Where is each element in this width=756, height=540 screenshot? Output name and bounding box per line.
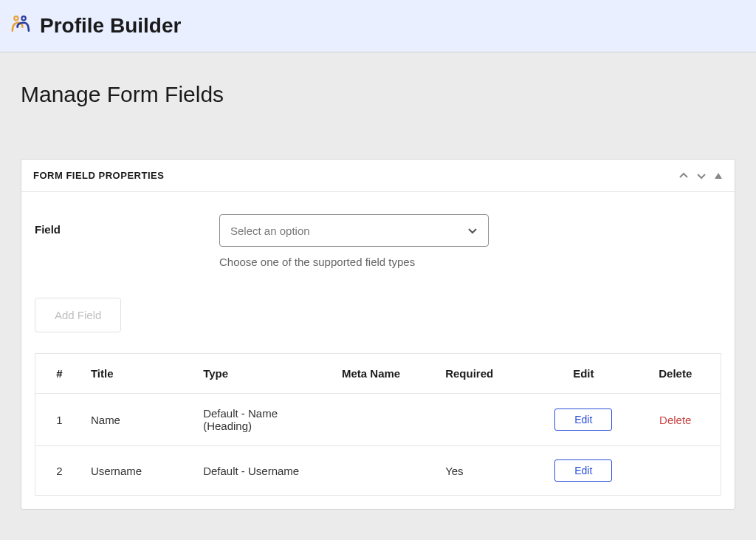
- cell-num: 1: [35, 394, 83, 446]
- page-title: Manage Form Fields: [21, 82, 735, 107]
- cell-required: [438, 394, 537, 446]
- edit-button[interactable]: Edit: [554, 409, 612, 431]
- add-field-button[interactable]: Add Field: [35, 298, 121, 332]
- panel-title: FORM FIELD PROPERTIES: [33, 170, 164, 181]
- chevron-down-icon[interactable]: [696, 171, 707, 181]
- th-meta: Meta Name: [334, 354, 438, 394]
- panel-controls: [678, 171, 723, 181]
- edit-button[interactable]: Edit: [554, 459, 612, 482]
- select-placeholder: Select an option: [230, 225, 310, 237]
- cell-type: Default - Name (Heading): [196, 394, 334, 446]
- panel-body: Field Select an option Choose one of the…: [21, 192, 735, 509]
- panel-header: FORM FIELD PROPERTIES: [21, 160, 735, 192]
- cell-type: Default - Username: [196, 446, 334, 496]
- cell-num: 2: [35, 446, 83, 496]
- app-header: Profile Builder: [0, 0, 756, 52]
- delete-link[interactable]: Delete: [659, 414, 691, 426]
- th-title: Title: [83, 354, 196, 394]
- cell-required: Yes: [438, 446, 537, 496]
- field-label: Field: [35, 214, 219, 236]
- table-row: 1 Name Default - Name (Heading) Edit Del…: [35, 394, 721, 446]
- field-help-text: Choose one of the supported field types: [219, 256, 721, 268]
- table-row: 2 Username Default - Username Yes Edit: [35, 446, 721, 496]
- svg-point-0: [14, 16, 18, 20]
- cell-delete: [630, 446, 721, 496]
- cell-title: Username: [83, 446, 196, 496]
- table-header-row: # Title Type Meta Name Required Edit Del…: [35, 354, 721, 394]
- th-edit: Edit: [537, 354, 630, 394]
- th-type: Type: [196, 354, 334, 394]
- app-title: Profile Builder: [40, 14, 181, 38]
- form-field-panel: FORM FIELD PROPERTIES Field Select an op…: [21, 159, 735, 510]
- cell-edit: Edit: [537, 446, 630, 496]
- content-area: Manage Form Fields FORM FIELD PROPERTIES…: [0, 52, 756, 510]
- field-type-select[interactable]: Select an option: [219, 214, 489, 247]
- field-control: Select an option Choose one of the suppo…: [219, 214, 721, 268]
- cell-meta: [334, 446, 438, 496]
- svg-point-1: [21, 16, 25, 20]
- logo-icon: [7, 13, 32, 38]
- chevron-down-icon: [467, 225, 478, 236]
- th-required: Required: [438, 354, 537, 394]
- th-delete: Delete: [630, 354, 721, 394]
- triangle-up-icon[interactable]: [714, 171, 723, 180]
- cell-title: Name: [83, 394, 196, 446]
- field-row: Field Select an option Choose one of the…: [35, 214, 721, 268]
- cell-delete: Delete: [630, 394, 721, 446]
- chevron-up-icon[interactable]: [678, 171, 689, 181]
- cell-meta: [334, 394, 438, 446]
- th-num: #: [35, 354, 83, 394]
- fields-table: # Title Type Meta Name Required Edit Del…: [35, 353, 721, 496]
- cell-edit: Edit: [537, 394, 630, 446]
